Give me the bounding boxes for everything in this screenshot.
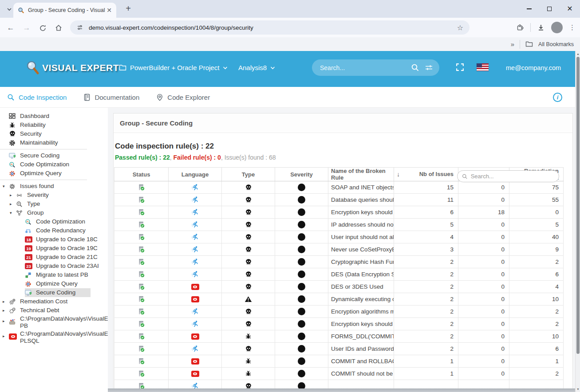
horizontal-scrollbar[interactable] [108, 388, 580, 392]
table-row[interactable]: DES or 3DES Used204 [114, 281, 564, 293]
column-header-severity[interactable]: Severity [275, 168, 328, 181]
tree-down-arrow-icon[interactable]: ▾ [3, 184, 9, 188]
tree-right-arrow-icon[interactable]: ▸ [3, 334, 9, 338]
downloads-icon[interactable] [537, 24, 545, 31]
global-search-input[interactable]: Search... [312, 59, 439, 76]
sort-descending-icon[interactable]: ↓ [397, 171, 400, 178]
column-header-type[interactable]: Type [222, 168, 275, 181]
scrollbar-thumb[interactable] [576, 57, 580, 354]
bookmark-star-icon[interactable]: ☆ [457, 24, 463, 32]
tree-right-arrow-icon[interactable]: ▸ [10, 193, 16, 197]
sidebar-item-code-optimization[interactable]: Code Optimization [0, 160, 108, 169]
scroll-up-icon[interactable]: ▲ [576, 52, 580, 55]
sidebar-item-upgrade-to-oracle-23ai[interactable]: 23Upgrade to Oracle 23AI [0, 262, 108, 270]
sidebar-item-maintainability[interactable]: Maintainability [0, 138, 108, 147]
fullscreen-button[interactable] [455, 63, 465, 72]
tree-right-arrow-icon[interactable]: ▸ [10, 202, 16, 206]
tab-code-explorer[interactable]: Code Explorer [156, 94, 210, 101]
browser-menu-icon[interactable]: ⋮ [569, 24, 576, 31]
status-passed-icon [138, 208, 145, 216]
sidebar-item-secure-coding[interactable]: Secure Coding [0, 288, 108, 297]
table-search-input[interactable] [471, 173, 554, 180]
new-tab-button[interactable]: + [123, 4, 133, 14]
window-minimize-button[interactable] [519, 0, 539, 18]
analysis-selector[interactable]: Analysis8 [238, 64, 275, 71]
table-row[interactable]: FORMS_DDL('COMMIT') an2010 [114, 330, 564, 343]
column-header-language[interactable]: Language [169, 168, 222, 181]
table-row[interactable]: Database queries should n11055 [114, 194, 564, 206]
sidebar-item-upgrade-to-oracle-18c[interactable]: 18Upgrade to Oracle 18C [0, 235, 108, 244]
table-search-box[interactable] [457, 170, 559, 182]
sidebar-item-code-redundancy[interactable]: Code Redundancy [0, 226, 108, 235]
column-header-status[interactable]: Status [114, 168, 169, 181]
table-row[interactable]: Cryptographic Hash Functi202 [114, 256, 564, 268]
table-row[interactable]: Encryption keys should not6180 [114, 206, 564, 219]
table-row[interactable]: DES (Data Encryption Stan206 [114, 268, 564, 281]
table-row[interactable]: COMMIT should not be use102 [114, 368, 564, 380]
extensions-puzzle-icon[interactable] [516, 24, 524, 31]
sidebar-item-security[interactable]: Security [0, 129, 108, 138]
sidebar-item-optimize-query[interactable]: Optimize Query [0, 279, 108, 288]
table-row[interactable]: IP addresses should not be505 [114, 219, 564, 231]
sidebar-item-remediation-cost[interactable]: ▸Remediation Cost [0, 297, 108, 306]
sidebar-item-technical-debt[interactable]: ▸Technical Debt [0, 306, 108, 315]
column-header-nb-issues[interactable]: ↓Nb of Issues [394, 168, 458, 181]
rule-language-cell [169, 293, 222, 306]
sidebar-item-c-programdata-novalys-visuale-plsql[interactable]: ▸C:\ProgramData\Novalys\VisualE›PLSQL [0, 330, 108, 345]
sidebar-item-migrate-to-latest-pb[interactable]: Migrate to latest PB [0, 270, 108, 279]
tab-search-chevron-button[interactable] [4, 4, 14, 14]
sidebar-item-optimize-query[interactable]: Optimize Query [0, 169, 108, 178]
tab-code-inspection[interactable]: Code Inspection [7, 94, 67, 101]
table-row[interactable]: Dynamically executing cod2010 [114, 293, 564, 306]
sidebar-item-upgrade-to-oracle-19c[interactable]: 19Upgrade to Oracle 19C [0, 244, 108, 253]
project-selector[interactable]: PowerBuilder + Oracle Project [119, 64, 228, 71]
rule-name-cell: Encryption keys should not [328, 206, 394, 219]
sidebar-item-severity[interactable]: ▸Severity [0, 191, 108, 200]
sidebar-item-dashboard[interactable]: Dashboard [0, 112, 108, 121]
user-account-menu[interactable]: me@company.com [506, 64, 561, 71]
sidebar-item-code-optimization[interactable]: Code Optimization [0, 217, 108, 226]
language-flag-us[interactable] [477, 63, 489, 71]
bookmarks-overflow-button[interactable]: » [511, 40, 514, 48]
table-row[interactable]: COMMIT and ROLLBACK s101 [114, 355, 564, 368]
tab-label: Code Inspection [19, 94, 67, 101]
sidebar-item-issues-found[interactable]: ▾Issues found [0, 182, 108, 191]
column-header-rule-name[interactable]: Name of the Broken Rule [328, 168, 394, 181]
reload-button[interactable] [37, 23, 48, 33]
table-row[interactable]: Never use CoSetProxyBlan309 [114, 243, 564, 256]
browser-tab-active[interactable]: Group - Secure Coding - Visual ✕ [13, 3, 116, 18]
tab-close-button[interactable]: ✕ [106, 7, 113, 14]
tree-right-arrow-icon[interactable]: ▸ [3, 308, 9, 313]
window-close-button[interactable]: ✕ [560, 0, 580, 18]
scroll-down-icon[interactable]: ▼ [576, 388, 580, 391]
vertical-scrollbar[interactable]: ▲ ▼ [575, 51, 580, 392]
profile-avatar[interactable] [551, 22, 563, 33]
sidebar-item-c-programdata-novalys-visuale-pb[interactable]: ▸C:\ProgramData\Novalys\VisualE›PB [0, 315, 108, 330]
table-row[interactable]: User IDs and Passwords sh206 [114, 343, 564, 355]
table-row[interactable]: SOAP and INET objects sho15075 [114, 181, 564, 194]
tab-documentation[interactable]: Documentation [83, 94, 139, 101]
search-icon[interactable] [411, 63, 419, 72]
table-row[interactable]: Encryption algorithms mus202 [114, 306, 564, 318]
table-row[interactable]: Encryption keys should be202 [114, 318, 564, 330]
visual-expert-logo[interactable]: VISUAL EXPERT [24, 60, 119, 76]
info-button[interactable]: i [553, 93, 562, 102]
forward-button[interactable]: → [21, 23, 32, 33]
url-bar[interactable]: demo.visual-expert.com/codeinspection/10… [70, 20, 470, 35]
window-maximize-button[interactable] [539, 0, 560, 18]
all-bookmarks-button[interactable]: All Bookmarks [538, 41, 574, 47]
sidebar-item-type[interactable]: ▸Type [0, 200, 108, 208]
rule-type-cell [222, 368, 275, 380]
tree-down-arrow-icon[interactable]: ▾ [10, 211, 16, 215]
back-button[interactable]: ← [5, 23, 16, 33]
tree-right-arrow-icon[interactable]: ▸ [3, 299, 9, 304]
sidebar-item-secure-coding[interactable]: Secure Coding [0, 151, 108, 160]
search-filters-icon[interactable] [425, 64, 433, 71]
table-row[interactable]: User input should not allow4040 [114, 231, 564, 243]
home-button[interactable] [53, 23, 64, 33]
rule-name-cell: COMMIT and ROLLBACK s [328, 355, 394, 368]
tree-right-arrow-icon[interactable]: ▸ [3, 319, 9, 323]
sidebar-item-upgrade-to-oracle-21c[interactable]: 21Upgrade to Oracle 21C [0, 253, 108, 262]
sidebar-item-reliability[interactable]: Reliability [0, 121, 108, 129]
sidebar-item-group[interactable]: ▾Group [0, 208, 108, 217]
